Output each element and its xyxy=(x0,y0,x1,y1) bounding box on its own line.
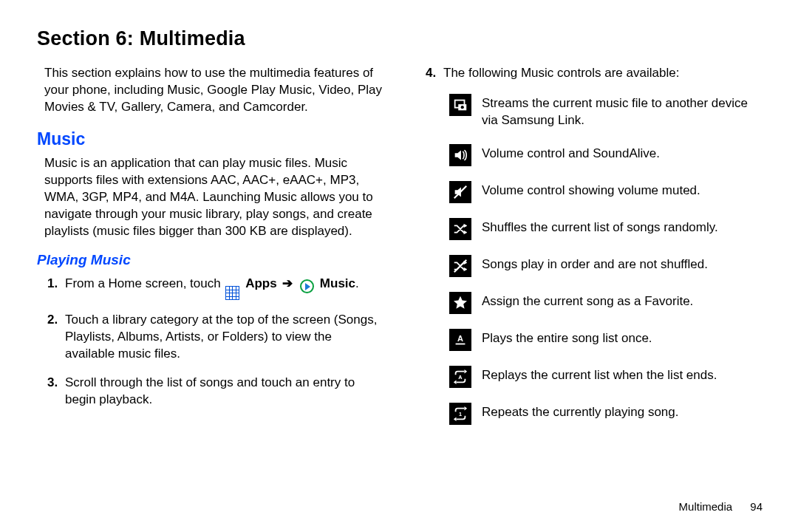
control-volume: Volume control and SoundAlive. xyxy=(449,144,763,166)
music-app-icon xyxy=(300,279,314,293)
step-number: 4. xyxy=(426,65,443,82)
stream-icon xyxy=(449,94,471,116)
svg-text:A: A xyxy=(458,374,463,381)
svg-text:A: A xyxy=(457,334,463,343)
control-play-once: A Plays the entire song list once. xyxy=(449,329,763,351)
step-number: 2. xyxy=(47,312,65,363)
svg-point-2 xyxy=(461,106,464,109)
control-text: Replays the current list when the list e… xyxy=(482,366,763,384)
volume-muted-icon xyxy=(449,181,471,203)
step-1: 1. From a Home screen, touch Apps ➔ Musi… xyxy=(47,276,384,301)
control-shuffle: Shuffles the current list of songs rando… xyxy=(449,218,763,240)
control-text: Songs play in order and are not shuffled… xyxy=(482,255,763,273)
right-column: 4. The following Music controls are avai… xyxy=(415,65,763,440)
control-repeat-all: A Replays the current list when the list… xyxy=(449,366,763,388)
intro-text: This section explains how to use the mul… xyxy=(44,65,384,116)
control-text: Repeats the currently playing song. xyxy=(482,403,763,421)
shuffle-icon xyxy=(449,218,471,240)
steps-list-right: 4. The following Music controls are avai… xyxy=(426,65,763,82)
music-description: Music is an application that can play mu… xyxy=(44,155,384,240)
music-heading: Music xyxy=(37,128,384,151)
step-1-body: From a Home screen, touch Apps ➔ Music. xyxy=(65,276,384,301)
step-3: 3. Scroll through the list of songs and … xyxy=(47,375,384,409)
control-text: Plays the entire song list once. xyxy=(482,329,763,347)
left-column: This section explains how to use the mul… xyxy=(37,65,384,440)
control-repeat-one: 1 Repeats the currently playing song. xyxy=(449,403,763,425)
apps-icon xyxy=(225,286,239,300)
step-number: 3. xyxy=(47,375,65,409)
page-footer: Multimedia 94 xyxy=(679,499,763,514)
control-muted: Volume control showing volume muted. xyxy=(449,181,763,203)
control-favorite: Assign the current song as a Favorite. xyxy=(449,292,763,314)
play-once-icon: A xyxy=(449,329,471,351)
repeat-one-icon: 1 xyxy=(449,403,471,425)
arrow-icon: ➔ xyxy=(282,276,293,290)
control-text: Volume control showing volume muted. xyxy=(482,181,763,200)
control-stream: Streams the current music file to anothe… xyxy=(449,94,763,129)
playing-music-heading: Playing Music xyxy=(37,250,384,270)
two-column-layout: This section explains how to use the mul… xyxy=(37,65,763,440)
section-title: Section 6: Multimedia xyxy=(37,25,763,52)
volume-icon xyxy=(449,144,471,166)
controls-list: Streams the current music file to anothe… xyxy=(449,94,763,425)
steps-list: 1. From a Home screen, touch Apps ➔ Musi… xyxy=(47,276,384,409)
repeat-all-icon: A xyxy=(449,366,471,388)
step-1-prefix: From a Home screen, touch xyxy=(65,276,224,290)
step-3-body: Scroll through the list of songs and tou… xyxy=(65,375,384,409)
step-number: 1. xyxy=(47,276,65,301)
footer-chapter: Multimedia xyxy=(679,500,733,513)
step-2-body: Touch a library category at the top of t… xyxy=(65,312,384,363)
music-label: Music xyxy=(320,276,355,290)
step-4: 4. The following Music controls are avai… xyxy=(426,65,763,82)
control-no-shuffle: Songs play in order and are not shuffled… xyxy=(449,255,763,277)
control-text: Streams the current music file to anothe… xyxy=(482,94,763,129)
svg-text:1: 1 xyxy=(459,411,462,417)
step-4-body: The following Music controls are availab… xyxy=(443,65,763,82)
no-shuffle-icon xyxy=(449,255,471,277)
apps-label: Apps xyxy=(245,276,277,290)
control-text: Shuffles the current list of songs rando… xyxy=(482,218,763,236)
control-text: Assign the current song as a Favorite. xyxy=(482,292,763,310)
control-text: Volume control and SoundAlive. xyxy=(482,144,763,163)
footer-page-number: 94 xyxy=(750,500,763,513)
star-icon xyxy=(449,292,471,314)
step-2: 2. Touch a library category at the top o… xyxy=(47,312,384,363)
